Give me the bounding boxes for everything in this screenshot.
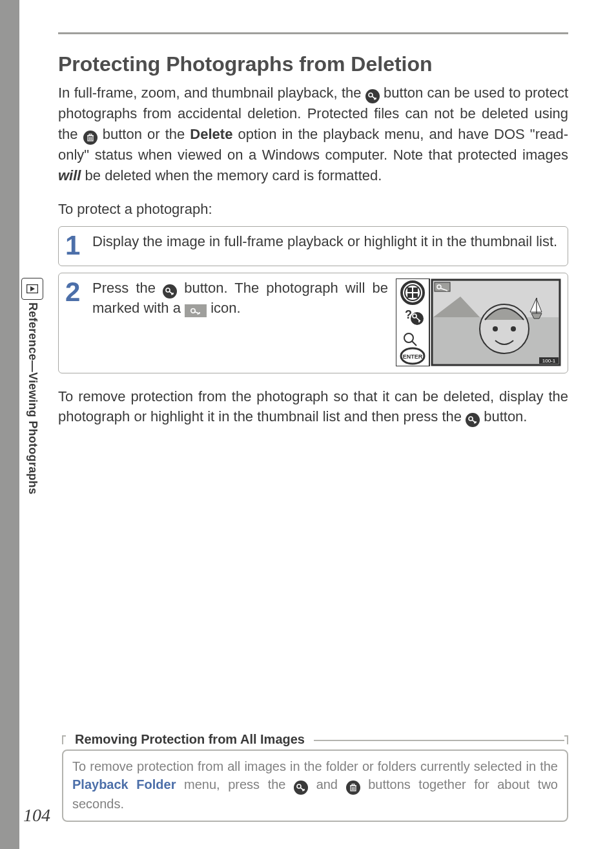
note-seg3: and [308, 777, 346, 791]
note-seg2: menu, press the [176, 777, 294, 791]
svg-rect-25 [407, 293, 412, 298]
intro-paragraph: In full-frame, zoom, and thumbnail playb… [58, 83, 568, 186]
note-title: Removing Protection from All Images [70, 732, 310, 747]
svg-point-41 [511, 326, 516, 331]
step-2-illustration: ? ENTER [396, 278, 561, 366]
playback-folder-word: Playback Folder [72, 777, 176, 791]
svg-point-22 [405, 285, 420, 300]
svg-text:ENTER: ENTER [403, 353, 423, 360]
step2-c: icon. [207, 300, 241, 316]
intro-seg1: In full-frame, zoom, and thumbnail playb… [58, 85, 365, 101]
svg-line-47 [472, 421, 476, 423]
svg-rect-26 [413, 293, 418, 298]
playback-icon [21, 278, 43, 300]
key-badge-icon [185, 304, 207, 317]
protect-icon [163, 284, 177, 299]
svg-marker-1 [30, 286, 35, 291]
svg-rect-23 [407, 288, 412, 292]
post-seg2: button. [480, 408, 527, 424]
step-1-text: Display the image in full-frame playback… [92, 232, 561, 252]
main-content: Protecting Photographs from Deletion In … [58, 32, 568, 427]
step-1-number: 1 [65, 232, 83, 259]
delete-word: Delete [190, 126, 232, 142]
post-paragraph: To remove protection from the photograph… [58, 386, 568, 428]
section-rule [58, 32, 568, 34]
protect-icon [365, 89, 380, 103]
page-spine [0, 0, 19, 849]
trash-icon [346, 781, 360, 795]
page-title: Protecting Photographs from Deletion [58, 52, 568, 76]
svg-rect-56 [352, 784, 354, 786]
will-word: will [58, 167, 81, 183]
step-2: 2 Press the button. The photograph will … [58, 273, 568, 373]
note-body: To remove protection from all images in … [72, 757, 558, 813]
side-section-label: Reference—Viewing Photographs [26, 302, 39, 494]
svg-point-12 [166, 288, 170, 292]
step-1: 1 Display the image in full-frame playba… [58, 226, 568, 266]
svg-line-51 [300, 788, 304, 790]
svg-point-40 [493, 326, 498, 331]
svg-rect-24 [413, 288, 418, 292]
image-id-label: 100-1 [542, 358, 556, 364]
intro-seg5: be deleted when the memory card is forma… [81, 167, 382, 183]
protect-icon [294, 781, 308, 795]
svg-point-50 [297, 784, 301, 788]
svg-line-17 [195, 311, 200, 313]
trash-icon [83, 131, 98, 145]
note-seg1: To remove protection from all images in … [72, 759, 558, 773]
intro-seg3: button or the [98, 126, 190, 142]
lead-line: To protect a photograph: [58, 199, 568, 220]
svg-line-13 [169, 291, 173, 294]
step-2-text: Press the button. The photograph will be… [92, 278, 388, 319]
step2-a: Press the [92, 280, 163, 296]
svg-line-3 [372, 96, 376, 99]
note-box: To remove protection from all images in … [62, 749, 568, 822]
side-tab: Reference—Viewing Photographs [19, 278, 45, 614]
svg-rect-8 [89, 134, 92, 135]
svg-point-2 [369, 93, 373, 97]
page-number: 104 [23, 805, 50, 826]
protect-icon [466, 413, 480, 427]
svg-point-46 [469, 417, 473, 421]
step-2-number: 2 [65, 278, 83, 306]
footer-note-area: Removing Protection from All Images To r… [62, 746, 568, 822]
